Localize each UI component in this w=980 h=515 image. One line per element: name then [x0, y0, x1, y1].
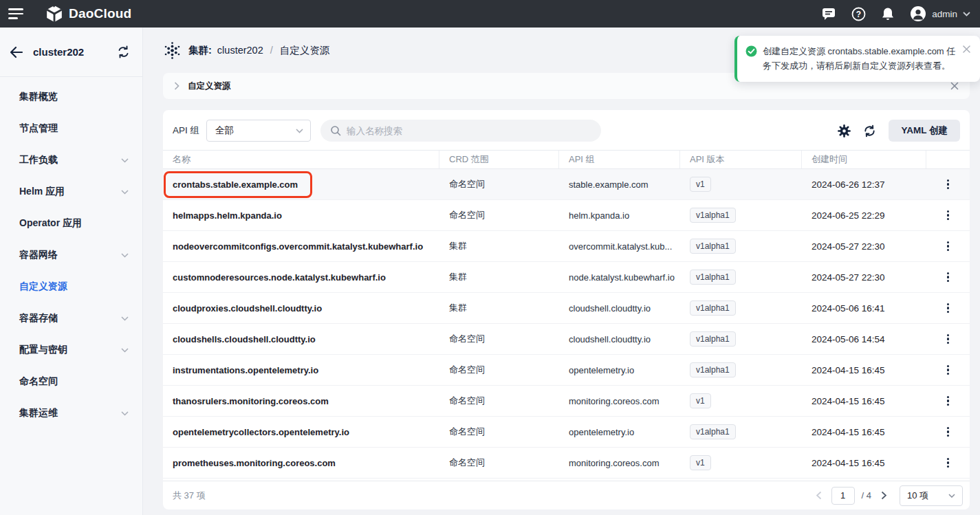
tab-close-icon[interactable]	[950, 82, 959, 90]
breadcrumb-prefix: 集群:	[188, 44, 212, 57]
kebab-menu-icon[interactable]	[943, 239, 953, 254]
crd-name-cell[interactable]: helmapps.helm.kpanda.io	[163, 200, 439, 230]
sidebar-item-7[interactable]: 容器存储	[0, 303, 142, 334]
notifications-bell-icon[interactable]	[881, 7, 895, 21]
sidebar-item-10[interactable]: 集群运维	[0, 397, 142, 429]
help-icon[interactable]: ?	[851, 7, 866, 21]
api-version-cell: v1alpha1	[680, 417, 802, 447]
table-row: crontabs.stable.example.com命名空间stable.ex…	[163, 169, 970, 200]
sidebar-item-label: 自定义资源	[19, 281, 67, 293]
crd-name-cell[interactable]: cloudshells.cloudshell.cloudtty.io	[163, 324, 439, 354]
crd-name-cell[interactable]: opentelemetrycollectors.opentelemetry.io	[163, 417, 439, 447]
chevron-down-icon	[121, 190, 129, 195]
crd-name-cell[interactable]: instrumentations.opentelemetry.io	[163, 355, 439, 385]
column-header-scope[interactable]: CRD 范围	[439, 151, 559, 168]
sidebar-item-9[interactable]: 命名空间	[0, 366, 142, 397]
user-menu[interactable]: admin	[910, 6, 970, 22]
kebab-menu-icon[interactable]	[943, 455, 953, 471]
kebab-menu-icon[interactable]	[943, 177, 953, 193]
search-icon	[330, 125, 341, 136]
sidebar-item-0[interactable]: 集群概览	[0, 81, 142, 113]
page-size-select[interactable]: 10 项	[900, 485, 963, 506]
chevron-down-icon	[948, 494, 955, 498]
crd-scope-cell: 命名空间	[439, 355, 559, 385]
version-badge: v1alpha1	[690, 239, 736, 254]
api-version-cell: v1alpha1	[680, 324, 802, 354]
created-time-cell: 2024-04-15 16:45	[802, 417, 926, 447]
hamburger-menu-icon[interactable]	[8, 8, 23, 19]
brand-logo[interactable]: DaoCloud	[45, 5, 131, 23]
pagination: / 4 10 项	[813, 485, 963, 506]
sidebar-item-5[interactable]: 容器网络	[0, 239, 142, 271]
crd-name-cell[interactable]: cloudproxies.cloudshell.cloudtty.io	[163, 293, 439, 323]
created-time-cell: 2024-06-25 22:29	[802, 200, 926, 230]
version-badge: v1	[690, 455, 711, 470]
chevron-down-icon	[121, 411, 129, 416]
table-row: cloudproxies.cloudshell.cloudtty.io集群clo…	[163, 293, 970, 324]
column-header-api-version[interactable]: API 版本	[680, 151, 802, 168]
refresh-icon[interactable]	[863, 124, 876, 138]
switch-cluster-icon[interactable]	[117, 45, 130, 58]
toast-close-icon[interactable]	[963, 45, 970, 53]
kebab-menu-icon[interactable]	[943, 208, 953, 223]
daocloud-cube-icon	[45, 5, 63, 23]
toast-message: 创建自定义资源 crontabs.stable.example.com 任务下发…	[763, 44, 957, 74]
sidebar-item-8[interactable]: 配置与密钥	[0, 334, 142, 366]
messages-icon[interactable]	[821, 7, 836, 21]
search-input[interactable]	[347, 126, 591, 136]
page-number-input[interactable]	[831, 487, 855, 505]
api-group-select[interactable]: 全部	[206, 120, 311, 142]
cluster-dots-icon	[163, 41, 182, 60]
table-row: instrumentations.opentelemetry.io命名空间ope…	[163, 355, 970, 386]
yaml-create-button[interactable]: YAML 创建	[889, 120, 960, 142]
row-actions-cell	[926, 324, 970, 354]
chevron-right-icon[interactable]	[174, 82, 179, 90]
svg-text:?: ?	[856, 9, 861, 19]
column-header-created[interactable]: 创建时间	[802, 151, 926, 168]
kebab-menu-icon[interactable]	[943, 393, 953, 409]
column-header-api-group[interactable]: API 组	[559, 151, 680, 168]
column-header-name[interactable]: 名称	[163, 151, 439, 168]
next-page-icon[interactable]	[878, 490, 890, 501]
sidebar-item-label: 容器存储	[19, 312, 58, 325]
sidebar-item-label: Operator 应用	[19, 217, 82, 230]
back-arrow-icon[interactable]	[10, 46, 23, 58]
crd-scope-cell: 命名空间	[439, 169, 559, 199]
kebab-menu-icon[interactable]	[943, 424, 953, 440]
crd-name-cell[interactable]: prometheuses.monitoring.coreos.com	[163, 448, 439, 478]
row-actions-cell	[926, 417, 970, 447]
row-actions-cell	[926, 386, 970, 416]
chevron-down-icon	[121, 348, 129, 353]
crd-name-cell[interactable]: thanosrulers.monitoring.coreos.com	[163, 386, 439, 416]
kebab-menu-icon[interactable]	[943, 270, 953, 285]
breadcrumb-cluster[interactable]: cluster202	[217, 45, 263, 56]
kebab-menu-icon[interactable]	[943, 362, 953, 378]
api-group-cell: monitoring.coreos.com	[559, 448, 680, 478]
prev-page-icon[interactable]	[813, 490, 825, 501]
api-group-cell: stable.example.com	[559, 169, 680, 199]
sidebar-item-3[interactable]: Helm 应用	[0, 176, 142, 208]
settings-gear-icon[interactable]	[838, 124, 851, 138]
crd-name-cell[interactable]: nodeovercommitconfigs.overcommit.katalys…	[163, 231, 439, 261]
brand-name: DaoCloud	[69, 6, 131, 21]
created-time-cell: 2024-04-15 16:45	[802, 448, 926, 478]
crd-name-cell[interactable]: crontabs.stable.example.com	[163, 169, 439, 199]
version-badge: v1alpha1	[690, 424, 736, 439]
table-row: thanosrulers.monitoring.coreos.com命名空间mo…	[163, 386, 970, 417]
crd-scope-cell: 命名空间	[439, 200, 559, 230]
api-group-cell: cloudshell.cloudtty.io	[559, 324, 680, 354]
created-time-cell: 2024-04-15 16:45	[802, 386, 926, 416]
crd-name-cell[interactable]: customnoderesources.node.katalyst.kubewh…	[163, 262, 439, 292]
sidebar-item-2[interactable]: 工作负载	[0, 144, 142, 176]
sidebar-item-1[interactable]: 节点管理	[0, 113, 142, 144]
kebab-menu-icon[interactable]	[943, 300, 953, 316]
sidebar-item-label: 配置与密钥	[19, 344, 67, 356]
table-row: nodeovercommitconfigs.overcommit.katalys…	[163, 231, 970, 262]
kebab-menu-icon[interactable]	[943, 331, 953, 347]
tab-label[interactable]: 自定义资源	[188, 80, 231, 92]
sidebar-item-6[interactable]: 自定义资源	[0, 271, 142, 303]
row-actions-cell	[926, 231, 970, 261]
table-row: prometheuses.monitoring.coreos.com命名空间mo…	[163, 448, 970, 479]
created-time-cell: 2024-05-06 14:54	[802, 324, 926, 354]
sidebar-item-4[interactable]: Operator 应用	[0, 208, 142, 239]
